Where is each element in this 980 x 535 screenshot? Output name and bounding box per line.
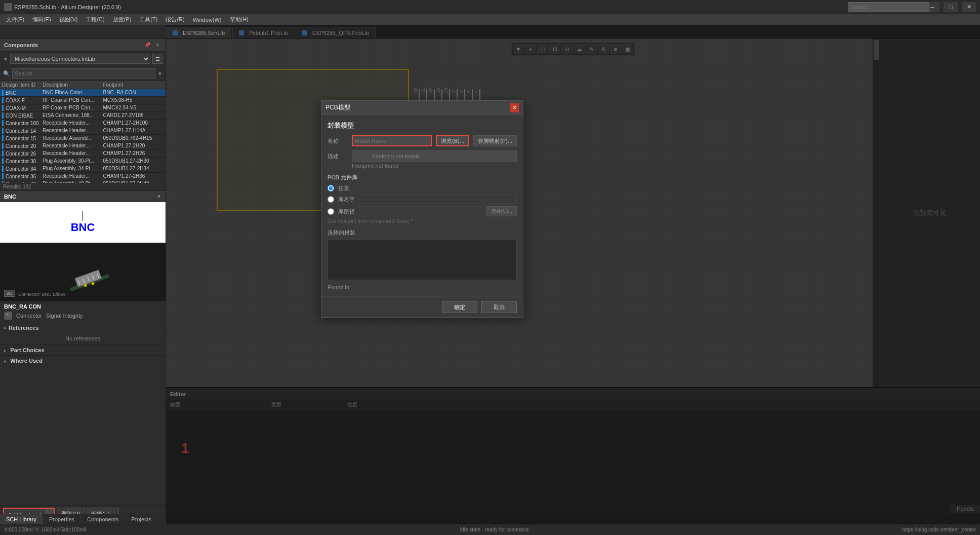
badge-2d: 2D (4, 290, 15, 297)
menu-help[interactable]: 帮助(H) (226, 15, 253, 24)
references-content: No references (0, 332, 166, 345)
lib-name-field[interactable] (359, 194, 517, 204)
panel-header: Components 📌 ✕ (0, 39, 166, 52)
modal-close-button[interactable]: ✕ (510, 103, 519, 112)
modal-ok-button[interactable]: 确定 (442, 301, 477, 313)
name-label: 名称 (328, 137, 348, 145)
app-title: ESP8285.SchLib - Altium Designer (20.0.9… (14, 4, 121, 10)
menu-view[interactable]: 视图(V) (55, 15, 82, 24)
references-section-header[interactable]: ▸ References (0, 323, 166, 332)
browse-button[interactable]: 浏览(B)... (436, 135, 469, 146)
modal-cancel-button[interactable]: 取消 (481, 301, 517, 313)
comp-row-con36[interactable]: Connector 36 Receptacle Header... CHAMP1… (0, 173, 166, 180)
tab-properties[interactable]: Properties (43, 514, 81, 524)
top-search-input[interactable] (848, 2, 929, 12)
form-row-desc: 描述 Footprint not found (328, 150, 517, 162)
tab-components[interactable]: Components (81, 514, 125, 524)
bnc-symbol: BNC (71, 211, 95, 234)
menu-file[interactable]: 文件(F) (2, 15, 28, 24)
left-panel: Components 📌 ✕ ▼ Miscellaneous Connector… (0, 39, 166, 524)
component-info: BNC_RA CON 🔌 Connector Signal Integrity (0, 301, 166, 323)
library-selector: ▼ Miscellaneous Connectors.IntLib ☰ (0, 52, 166, 66)
comp-table-header: Design Item ID Description Footprint (0, 81, 166, 89)
menu-reports[interactable]: 报告(R) (161, 15, 188, 24)
preview-schematic: BNC (0, 202, 166, 243)
comp-row-con30[interactable]: Connector 30 Plug Assembly, 30-Pl... 050… (0, 158, 166, 165)
comp-info-type: Connector (16, 313, 42, 319)
comp-info-row: 🔌 Connector Signal Integrity (4, 312, 161, 320)
radio-lib-path[interactable] (328, 208, 334, 215)
comp-row-con100[interactable]: Connector 100 Receptacle Header... CHAMP… (0, 120, 166, 127)
menu-project[interactable]: 工程(C) (81, 15, 108, 24)
modal-dialog: PCB模型 ✕ 封装模型 名称 浏览(B)... 管脚映射(P)... 描述 (321, 100, 523, 318)
modal-header: PCB模型 ✕ (321, 101, 523, 115)
panel-close-button[interactable]: ✕ (153, 41, 161, 49)
found-in-label: Found in: (328, 284, 351, 290)
library-dropdown[interactable]: Miscellaneous Connectors.IntLib (10, 54, 150, 64)
desc-value-display: Footprint not found (328, 163, 517, 169)
comp-row-con15[interactable]: Connector 15 Receptacle Assembl... 050DS… (0, 135, 166, 142)
pin-map-button[interactable]: 管脚映射(P)... (473, 135, 517, 146)
comp-row-bnc[interactable]: BNC BNC Elbow Conn... BNC_RA CON (0, 89, 166, 97)
comp-row-con26[interactable]: Connector 26 Receptacle Header... CHAMP1… (0, 150, 166, 158)
model-name-input[interactable] (352, 135, 432, 146)
menu-window[interactable]: Window(W) (189, 16, 226, 24)
found-in-row: Found in: (328, 284, 517, 290)
references-arrow-icon: ▸ (4, 325, 7, 330)
where-used-arrow-icon: ▸ (4, 359, 7, 364)
radio-any-label: 任意 (338, 184, 349, 192)
radio-lib-name[interactable] (328, 196, 334, 203)
comp-row-con14[interactable]: Connector 14 Receptacle Header... CHAMP1… (0, 127, 166, 135)
radio-row-any: 任意 (328, 184, 517, 192)
tab-projects[interactable]: Projects (125, 514, 158, 524)
part-choices-section[interactable]: ▸ Part Choices (0, 345, 166, 355)
comp-id-bnc: BNC (6, 90, 16, 96)
no-references-label: No references (65, 335, 100, 341)
comp-fp-bnc: BNC_RA CON (103, 90, 164, 96)
component-table: BNC BNC Elbow Conn... BNC_RA CON COAX-F … (0, 89, 166, 183)
modal-section-title: 封装模型 (328, 121, 517, 130)
modal-footer: 确定 取消 (321, 296, 523, 317)
modal-title: PCB模型 (325, 103, 350, 112)
comp-row-con34[interactable]: Connector 34 Plug Assembly, 34-Pi... 050… (0, 165, 166, 173)
search-row: 🔍 ▼ (0, 66, 166, 81)
where-used-title: Where Used (10, 358, 43, 364)
results-count: Results: 182 (0, 183, 166, 191)
comp-row-con20[interactable]: Connector 20 Receptacle Header... CHAMP1… (0, 142, 166, 150)
preview-component-name: BNC (4, 194, 16, 200)
selected-fp-title: 选择的封装 (328, 229, 517, 237)
menu-bar: 文件(F) 编辑(E) 视图(V) 工程(C) 放置(P) 工具(T) 报告(R… (0, 14, 980, 25)
connector-label: Connector; BNC Elbow (18, 292, 65, 297)
panel-pin-button[interactable]: 📌 (143, 41, 151, 49)
lib-path-field[interactable] (359, 206, 482, 216)
search-input[interactable] (12, 68, 155, 79)
menu-tools[interactable]: 工具(T) (135, 15, 161, 24)
col-description: Description (43, 82, 103, 88)
close-button[interactable]: ✕ (962, 2, 976, 12)
modal-body: 封装模型 名称 浏览(B)... 管脚映射(P)... 描述 Footprint… (321, 115, 523, 296)
library-menu-btn[interactable]: ☰ (152, 54, 162, 64)
preview-area: BNC ▼ BNC (0, 191, 166, 505)
select-btn[interactable]: 选择(C)... (486, 206, 517, 216)
references-title: References (9, 325, 38, 331)
comp-row-coaxm[interactable]: COAX-M RF Coaxial PCB Con... MMCX2.54-V5 (0, 104, 166, 112)
app-icon (4, 3, 12, 11)
status-info: X:800.000mil Y:-1600mil Grid:100mil (4, 527, 86, 532)
comp-row-coneisae[interactable]: CON EISAE EISA Connector, 188... CARD1.2… (0, 112, 166, 120)
maximize-button[interactable]: □ (944, 2, 958, 12)
radio-any[interactable] (328, 185, 334, 192)
where-used-section[interactable]: ▸ Where Used (0, 355, 166, 366)
part-choices-arrow-icon: ▸ (4, 348, 7, 353)
menu-edit[interactable]: 编辑(E) (28, 15, 55, 24)
search-expand-icon[interactable]: ▼ (157, 71, 162, 77)
comp-row-coaxf[interactable]: COAX-F RF Coaxial PCB Con... MCX5.08-H5 (0, 97, 166, 104)
col-footprint: Footprint (103, 82, 164, 88)
tab-sch-library[interactable]: SCH Library (0, 514, 43, 524)
preview-expand-icon[interactable]: ▼ (156, 194, 161, 199)
part-choices-title: Part Choices (10, 347, 44, 353)
col-design-item-id: Design Item ID (2, 82, 43, 88)
modal-overlay: PCB模型 ✕ 封装模型 名称 浏览(B)... 管脚映射(P)... 描述 (166, 25, 980, 524)
comp-desc-bnc: BNC Elbow Conn... (43, 90, 103, 96)
menu-place[interactable]: 放置(P) (109, 15, 136, 24)
radio-lib-path-label: 库路径 (338, 208, 355, 215)
